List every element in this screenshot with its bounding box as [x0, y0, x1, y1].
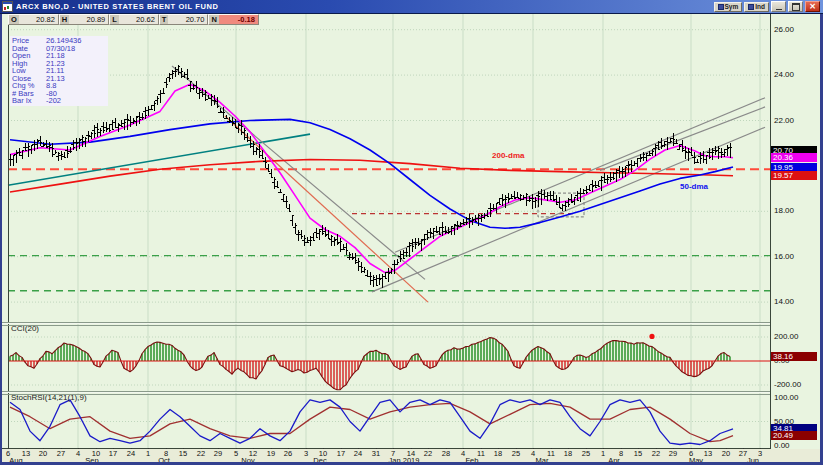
- titlebar-buttons: Sym Ind ✕: [714, 1, 823, 12]
- time-axis-day: 15: [634, 450, 642, 458]
- quote-cell-value: 20.89: [69, 15, 108, 24]
- quote-cell-l: L20.62: [109, 14, 159, 25]
- price-value-tag: 20.36: [771, 153, 817, 162]
- cci-axis-label: 200.00: [774, 333, 798, 341]
- quote-strip: O20.82H20.89L20.62T20.70N-0.18: [8, 14, 259, 25]
- quote-cell-h: H20.89: [59, 14, 109, 25]
- quote-cell-value: 20.82: [19, 15, 58, 24]
- maximize-button[interactable]: [788, 1, 803, 12]
- symbols-icon: [718, 4, 724, 10]
- symbols-button-label: Sym: [725, 3, 739, 10]
- stochrsi-axis-label: 0.00: [774, 442, 790, 450]
- close-icon: ✕: [809, 3, 816, 11]
- minimize-icon: [776, 9, 782, 10]
- time-axis-day: 15: [179, 450, 187, 458]
- time-axis-day: 20: [39, 450, 47, 458]
- price-axis-label: 24.00: [774, 71, 794, 79]
- minimize-button[interactable]: [771, 1, 786, 12]
- time-axis-day: 3: [304, 450, 308, 458]
- time-axis-day: 13: [22, 450, 30, 458]
- window-frame-left: [0, 13, 2, 465]
- time-axis-day: 5: [234, 450, 238, 458]
- indicators-button-label: Ind: [755, 3, 765, 10]
- time-axis-day: 25: [512, 450, 520, 458]
- time-axis-day: 27: [57, 450, 65, 458]
- quote-cell-label: O: [9, 15, 19, 24]
- price-value-tag: 19.57: [771, 171, 817, 180]
- time-axis-day: 17: [337, 450, 345, 458]
- price-axis-label: 26.00: [774, 26, 794, 34]
- time-axis-day: 4: [461, 450, 465, 458]
- time-axis-day: 4: [76, 450, 80, 458]
- price-axis-label: 22.00: [774, 117, 794, 125]
- quote-cell-value: 20.70: [168, 15, 207, 24]
- quote-cell-value: 20.62: [119, 15, 158, 24]
- time-axis-day: 28: [442, 450, 450, 458]
- time-axis-day: 1: [601, 450, 605, 458]
- time-axis-day: 27: [739, 450, 747, 458]
- time-axis-day: 29: [214, 450, 222, 458]
- quote-cell-o: O20.82: [8, 14, 59, 25]
- cci-value-tag: 38.16: [771, 352, 817, 361]
- window-title: ARCX BNO,D - UNITED STATES BRENT OIL FUN…: [16, 2, 219, 11]
- time-axis-day: 22: [424, 450, 432, 458]
- time-axis-day: 24: [127, 450, 135, 458]
- price-axis-label: 16.00: [774, 253, 794, 261]
- quote-cell-label: N: [209, 15, 218, 24]
- price-axis-label: 18.00: [774, 207, 794, 215]
- time-axis-day: 22: [652, 450, 660, 458]
- stochrsi-value-tag: 20.49: [771, 431, 817, 440]
- quote-cell-label: T: [160, 15, 169, 24]
- time-axis-day: 25: [582, 450, 590, 458]
- time-axis-day: 19: [267, 450, 275, 458]
- time-axis-day: 18: [564, 450, 572, 458]
- indicators-icon: [748, 4, 754, 10]
- quote-cell-n: N-0.18: [208, 14, 258, 25]
- time-axis-day: 13: [704, 450, 712, 458]
- titlebar[interactable]: ARCX BNO,D - UNITED STATES BRENT OIL FUN…: [0, 0, 823, 14]
- maximize-icon: [792, 3, 800, 11]
- time-axis-day: 26: [284, 450, 292, 458]
- indicators-button[interactable]: Ind: [744, 2, 769, 12]
- time-axis-day: 4: [531, 450, 535, 458]
- quote-cell-label: H: [60, 15, 69, 24]
- symbols-button[interactable]: Sym: [714, 2, 743, 12]
- quote-cell-t: T20.70: [159, 14, 209, 25]
- close-button[interactable]: ✕: [805, 1, 820, 12]
- time-axis-day: 1: [146, 450, 150, 458]
- time-axis-day: 20: [722, 450, 730, 458]
- stochrsi-axis-label: 100.00: [774, 394, 798, 402]
- quote-cell-value: -0.18: [219, 15, 258, 24]
- price-axis-label: 14.00: [774, 298, 794, 306]
- quote-cell-label: L: [110, 15, 119, 24]
- time-axis-day: 24: [354, 450, 362, 458]
- cci-axis-label: -200.00: [774, 381, 801, 389]
- time-axis-day: 18: [494, 450, 502, 458]
- time-axis-day: 31: [372, 450, 380, 458]
- time-axis-day: 29: [669, 450, 677, 458]
- time-axis-day: 17: [109, 450, 117, 458]
- time-axis-day: 22: [197, 450, 205, 458]
- app-icon: [2, 1, 13, 12]
- plot-area[interactable]: [8, 14, 770, 448]
